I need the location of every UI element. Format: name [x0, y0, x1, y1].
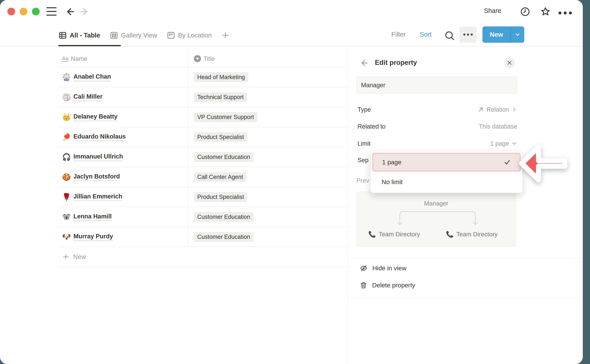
chevron-down-icon: [511, 140, 517, 147]
tab-gallery-view[interactable]: Gallery View: [110, 31, 157, 40]
hide-in-view-button[interactable]: Hide in view: [360, 263, 406, 273]
dropdown-option-1-page[interactable]: 1 page: [373, 153, 521, 171]
filter-button[interactable]: Filter: [391, 31, 406, 38]
search-button[interactable]: [443, 29, 456, 42]
property-row-limit[interactable]: Limit 1 page: [358, 139, 517, 147]
panel-title: Edit property: [375, 59, 417, 66]
page-more-button[interactable]: [560, 7, 571, 19]
column-name-label: Name: [71, 55, 87, 62]
panel-back-button[interactable]: [359, 58, 369, 68]
favorite-button[interactable]: [540, 6, 551, 17]
table-row: 🎧Immanuel Ullrich Customer Education: [58, 147, 347, 167]
tab-all-table[interactable]: All - Table: [58, 31, 100, 40]
title-property-icon: Aa: [62, 56, 69, 62]
title-cell[interactable]: Technical Support: [188, 87, 347, 107]
tab-by-location[interactable]: By Location: [167, 31, 212, 40]
view-tabs: All - Table Gallery View By Location: [58, 26, 229, 45]
tab-label: Gallery View: [121, 32, 157, 39]
arrow-right-icon: [79, 6, 89, 17]
new-button[interactable]: New: [482, 26, 511, 43]
panel-close-button[interactable]: [504, 58, 515, 68]
preview-child-left: 📞 Team Directory: [368, 231, 420, 238]
title-cell[interactable]: Customer Education: [188, 227, 347, 247]
plus-icon: [221, 31, 229, 39]
title-cell[interactable]: Product Specialist: [188, 187, 347, 207]
title-tag: Product Specialist: [194, 192, 247, 202]
updates-button[interactable]: [520, 6, 531, 17]
name-cell[interactable]: 🏓Eduardo Nikolaus: [58, 127, 188, 147]
chevron-down-icon: [514, 31, 521, 38]
page-emoji: 🎧: [62, 153, 70, 161]
window-controls: [7, 8, 40, 15]
notion-window: Share All - Table Gallery View By Locati…: [0, 0, 583, 364]
table-header-row: Aa Name Title: [58, 47, 347, 67]
property-row-related-to[interactable]: Related to This database: [358, 122, 517, 130]
phone-icon: 📞: [446, 231, 453, 238]
page-emoji: 🎡: [62, 73, 70, 81]
relation-arrow-icon: [477, 106, 484, 113]
forward-button[interactable]: [79, 6, 90, 17]
preview-child-right: 📞 Team Directory: [446, 231, 498, 238]
column-header-title[interactable]: Title: [188, 50, 347, 67]
select-property-icon: [194, 55, 201, 62]
name-cell[interactable]: 🍪Jaclyn Botsford: [58, 167, 188, 187]
new-button-group: New: [482, 26, 524, 43]
title-cell[interactable]: Customer Education: [188, 207, 347, 227]
sidebar-toggle-icon[interactable]: [46, 7, 57, 16]
new-dropdown-button[interactable]: [511, 26, 524, 43]
back-button[interactable]: [65, 6, 76, 17]
column-header-name[interactable]: Aa Name: [58, 50, 188, 67]
title-cell[interactable]: Customer Education: [188, 147, 347, 167]
clock-icon: [520, 6, 531, 17]
title-cell[interactable]: Head of Marketing: [188, 67, 347, 87]
name-cell[interactable]: 🐨Lenna Hamill: [58, 207, 188, 227]
panel-divider: [347, 46, 348, 364]
title-cell[interactable]: Call Center Agent: [188, 167, 347, 187]
name-cell[interactable]: 🌹Jillian Emmerich: [58, 187, 188, 207]
title-tag: Customer Education: [194, 212, 254, 222]
view-options-button[interactable]: [459, 26, 477, 43]
title-tag: Technical Support: [194, 92, 247, 102]
property-name-input[interactable]: [356, 77, 517, 93]
page-emoji: 🌹: [62, 193, 70, 201]
name-cell[interactable]: 🎧Immanuel Ullrich: [58, 147, 188, 167]
gallery-view-icon: [110, 31, 118, 40]
delete-property-button[interactable]: Delete property: [360, 280, 415, 290]
property-row-type[interactable]: Type Relation: [358, 105, 517, 113]
title-tag: Product Specialist: [194, 132, 247, 142]
close-icon: [507, 60, 512, 65]
title-tag: Customer Education: [194, 232, 254, 242]
new-row-button[interactable]: New: [58, 247, 347, 267]
database-table: Aa Name Title 🎡Anabel Chan Head of Marke…: [58, 47, 347, 267]
column-divider[interactable]: [188, 47, 188, 247]
table-row: 🌹Jillian Emmerich Product Specialist: [58, 187, 347, 207]
name-cell[interactable]: 🏐Cali Miller: [58, 87, 188, 107]
sort-button[interactable]: Sort: [420, 31, 432, 38]
table-row: 🏐Cali Miller Technical Support: [58, 87, 347, 107]
title-cell[interactable]: VP Customer Support: [188, 107, 347, 127]
active-tab-underline: [58, 45, 121, 46]
maximize-window-button[interactable]: [32, 8, 40, 15]
minimize-window-button[interactable]: [20, 8, 27, 15]
close-window-button[interactable]: [7, 8, 15, 15]
chevron-right-icon: [511, 106, 517, 113]
search-icon: [444, 30, 455, 41]
dropdown-option-no-limit[interactable]: No limit: [382, 175, 403, 189]
ellipsis-icon: [558, 12, 572, 14]
column-title-label: Title: [203, 55, 215, 62]
table-row: 👑Delaney Beatty VP Customer Support: [58, 107, 347, 127]
share-button[interactable]: Share: [484, 7, 501, 14]
plus-icon: [62, 253, 69, 260]
table-row: 🍪Jaclyn Botsford Call Center Agent: [58, 167, 347, 187]
add-view-button[interactable]: [221, 31, 229, 39]
name-cell[interactable]: 🐶Murray Purdy: [58, 227, 188, 247]
page-emoji: 🐨: [62, 213, 70, 221]
name-cell[interactable]: 👑Delaney Beatty: [58, 107, 188, 127]
name-cell[interactable]: 🎡Anabel Chan: [58, 67, 188, 87]
title-tag: VP Customer Support: [194, 112, 257, 122]
arrow-left-icon: [360, 58, 369, 67]
eye-off-icon: [360, 264, 368, 272]
table-view-icon: [58, 31, 67, 40]
title-cell[interactable]: Product Specialist: [188, 127, 347, 147]
separate-label-truncated: Sep: [358, 157, 368, 163]
